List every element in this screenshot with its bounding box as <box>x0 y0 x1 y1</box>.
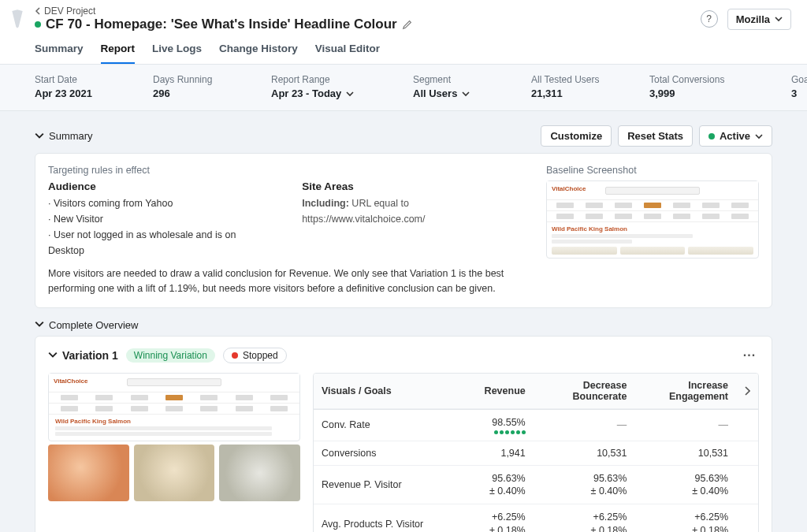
active-status-dropdown[interactable]: Active <box>699 125 772 147</box>
account-dropdown[interactable]: Mozilla <box>727 9 791 30</box>
account-name: Mozilla <box>736 13 770 25</box>
row-conversions: Conversions <box>314 441 449 466</box>
reset-stats-button[interactable]: Reset Stats <box>618 125 693 147</box>
audience-line: · New Visitor <box>48 211 270 227</box>
tabs-nav: Summary Report Live Logs Change History … <box>0 35 807 65</box>
siteareas-heading: Site Areas <box>302 180 530 192</box>
col-revenue[interactable]: Revenue <box>449 374 534 409</box>
rpv-bouncerate: 95.63%± 0.40% <box>534 466 635 505</box>
tab-live-logs[interactable]: Live Logs <box>152 39 202 64</box>
chevron-down-icon <box>775 16 783 22</box>
rpv-revenue: 95.63%± 0.40% <box>449 466 534 505</box>
tested-users-label: All Tested Users <box>531 74 642 85</box>
empty-value: — <box>719 419 729 430</box>
variation-status-pill: Stopped <box>223 348 287 363</box>
variation-screenshot-thumb[interactable]: VitalChoice Wild Pacific King Salmon <box>48 373 300 441</box>
customize-button[interactable]: Customize <box>541 125 612 147</box>
status-dot-active <box>708 133 715 140</box>
days-running-label: Days Running <box>153 74 263 85</box>
total-conversions-value: 3,999 <box>649 87 783 99</box>
empty-value: — <box>617 419 627 430</box>
col-visuals-goals: Visuals / Goals <box>314 374 449 409</box>
edit-icon[interactable] <box>402 19 413 30</box>
goals-value: 3 <box>791 87 807 99</box>
chevron-down-icon <box>346 91 354 97</box>
summary-conclusion: More visitors are needed to draw a valid… <box>48 266 530 296</box>
tested-users-value: 21,311 <box>531 87 642 99</box>
variation-more-icon[interactable]: ··· <box>740 346 759 365</box>
status-dot-stopped <box>232 352 238 359</box>
conversions-revenue: 1,941 <box>449 441 534 466</box>
report-range-dropdown[interactable]: Apr 23 - Today <box>271 87 405 99</box>
baseline-label: Baseline Screenshot <box>546 165 759 176</box>
start-date-label: Start Date <box>35 74 145 85</box>
audience-heading: Audience <box>48 180 270 192</box>
overview-section-toggle[interactable]: Complete Overview <box>35 319 138 331</box>
chevron-down-icon <box>48 351 58 360</box>
avg-revenue: +6.25%± 0.18% <box>449 504 534 532</box>
total-conversions-label: Total Conversions <box>649 74 783 85</box>
start-date-value: Apr 23 2021 <box>35 87 145 99</box>
overview-section-title: Complete Overview <box>49 319 138 331</box>
segment-dropdown[interactable]: All Users <box>413 87 523 99</box>
conv-rate-revenue: 98.55% <box>449 410 534 441</box>
variation-toggle[interactable]: Variation 1 <box>48 349 118 362</box>
variation-name: Variation 1 <box>62 349 118 362</box>
summary-section-title: Summary <box>49 130 93 142</box>
conversions-bouncerate: 10,531 <box>534 441 635 466</box>
winning-badge: Winning Variation <box>126 348 215 363</box>
targeting-rules-label: Targeting rules in effect <box>48 165 530 176</box>
row-rpv: Revenue P. Visitor <box>314 466 449 505</box>
app-logo <box>8 3 27 35</box>
avg-bouncerate: +6.25%± 0.18% <box>534 504 635 532</box>
tab-visual-editor[interactable]: Visual Editor <box>315 39 380 64</box>
goals-label: Goals <box>791 74 807 85</box>
rpv-engagement: 95.63%± 0.40% <box>634 466 736 505</box>
days-running-value: 296 <box>153 87 263 99</box>
audience-line: · Visitors coming from Yahoo <box>48 195 270 211</box>
summary-card: Targeting rules in effect Audience · Vis… <box>35 153 772 308</box>
breadcrumb-back[interactable]: DEV Project <box>35 6 413 17</box>
breadcrumb-project: DEV Project <box>44 6 95 17</box>
confidence-dots-icon <box>494 430 526 434</box>
baseline-screenshot-thumb[interactable]: VitalChoice Wild Pacific King Salmon <box>546 180 759 259</box>
sitearea-line: Including: URL equal to https://www.vita… <box>302 195 530 227</box>
tab-report[interactable]: Report <box>101 39 136 64</box>
tab-summary[interactable]: Summary <box>35 39 84 64</box>
variation-card: Variation 1 Winning Variation Stopped ··… <box>35 336 772 533</box>
segment-label: Segment <box>413 74 523 85</box>
report-range-label: Report Range <box>271 74 405 85</box>
info-bar: Start Date Apr 23 2021 Days Running 296 … <box>0 65 807 111</box>
table-scroll-right[interactable] <box>736 374 758 409</box>
status-dot-active <box>35 21 41 28</box>
chevron-down-icon <box>462 91 470 97</box>
tab-change-history[interactable]: Change History <box>219 39 298 64</box>
row-avg-products: Avg. Products P. Visitor <box>314 504 449 532</box>
food-image <box>134 445 215 501</box>
food-image <box>219 445 300 501</box>
chevron-down-icon <box>35 132 44 141</box>
summary-section-toggle[interactable]: Summary <box>35 130 93 142</box>
chevron-down-icon <box>35 320 44 329</box>
food-image <box>48 445 129 501</box>
audience-line: · User not logged in as wholesale and is… <box>48 227 270 259</box>
page-title: CF 70 - Homepage: 'See What's Inside' He… <box>46 17 397 32</box>
conversions-engagement: 10,531 <box>634 441 736 466</box>
avg-engagement: +6.25%± 0.18% <box>634 504 736 532</box>
metrics-table: Visuals / Goals Revenue Decrease Bouncer… <box>313 373 759 533</box>
col-decrease-bouncerate[interactable]: Decrease Bouncerate <box>534 374 635 409</box>
chevron-down-icon <box>755 133 763 140</box>
col-increase-engagement[interactable]: Increase Engagement <box>634 374 736 409</box>
chevron-left-icon <box>35 7 41 15</box>
row-conv-rate: Conv. Rate <box>314 410 449 441</box>
help-icon[interactable]: ? <box>701 10 718 28</box>
